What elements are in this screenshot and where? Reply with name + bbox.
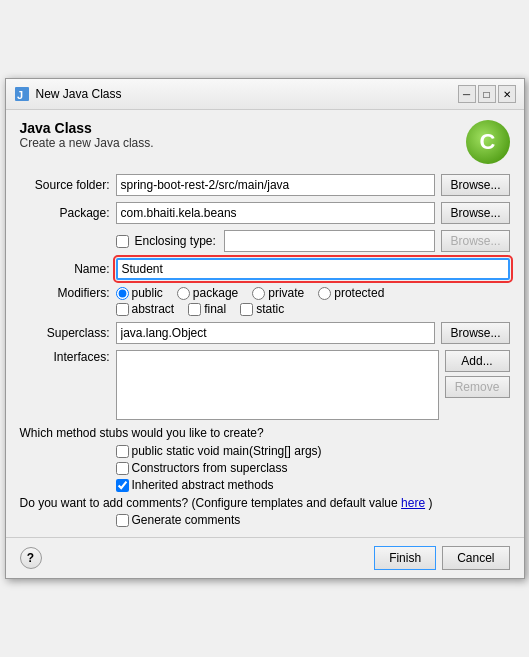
close-button[interactable]: ✕ — [498, 85, 516, 103]
enclosing-type-row: Enclosing type: Browse... — [20, 230, 510, 252]
help-button[interactable]: ? — [20, 547, 42, 569]
modifier-protected-radio[interactable] — [318, 287, 331, 300]
modifier-private-radio[interactable] — [252, 287, 265, 300]
interfaces-add-button[interactable]: Add... — [445, 350, 510, 372]
page-title: Java Class — [20, 120, 154, 136]
enclosing-type-input[interactable] — [224, 230, 436, 252]
superclass-browse-button[interactable]: Browse... — [441, 322, 509, 344]
eclipse-logo: C — [466, 120, 510, 164]
comments-question-end: ) — [428, 496, 432, 510]
modifier-final-checkbox[interactable] — [188, 303, 201, 316]
interfaces-box — [116, 350, 439, 420]
modifier-package-label: package — [177, 286, 238, 300]
modifier-protected-label: protected — [318, 286, 384, 300]
package-browse-button[interactable]: Browse... — [441, 202, 509, 224]
stubs-group: public static void main(String[] args) C… — [116, 444, 510, 492]
new-java-class-dialog: J New Java Class ─ □ ✕ Java Class Create… — [5, 78, 525, 579]
comments-link[interactable]: here — [401, 496, 425, 510]
maximize-button[interactable]: □ — [478, 85, 496, 103]
stubs-question: Which method stubs would you like to cre… — [20, 426, 510, 440]
generate-comments-label: Generate comments — [116, 513, 510, 527]
action-buttons: Finish Cancel — [374, 546, 509, 570]
modifier-public-label: public — [116, 286, 163, 300]
stub-main-checkbox[interactable] — [116, 445, 129, 458]
dialog-content: Java Class Create a new Java class. C So… — [6, 110, 524, 537]
source-folder-label: Source folder: — [20, 178, 110, 192]
dialog-title: New Java Class — [36, 87, 122, 101]
interfaces-btn-group: Add... Remove — [445, 350, 510, 398]
modifier-static-checkbox[interactable] — [240, 303, 253, 316]
enclosing-type-checkbox[interactable] — [116, 235, 129, 248]
modifiers-section: public package private protected — [116, 286, 510, 316]
interfaces-label: Interfaces: — [20, 350, 110, 364]
header-text: Java Class Create a new Java class. — [20, 120, 154, 150]
cancel-button[interactable]: Cancel — [442, 546, 509, 570]
modifier-private-label: private — [252, 286, 304, 300]
modifier-static-label: static — [240, 302, 284, 316]
title-bar-controls: ─ □ ✕ — [458, 85, 516, 103]
comments-question: Do you want to add comments? (Configure … — [20, 496, 398, 510]
enclosing-type-label: Enclosing type: — [135, 234, 216, 248]
source-folder-browse-button[interactable]: Browse... — [441, 174, 509, 196]
superclass-input[interactable] — [116, 322, 436, 344]
modifiers-label: Modifiers: — [20, 286, 110, 300]
button-row: ? Finish Cancel — [6, 537, 524, 578]
svg-text:J: J — [17, 89, 23, 101]
source-folder-input[interactable] — [116, 174, 436, 196]
modifier-final-label: final — [188, 302, 226, 316]
interfaces-remove-button[interactable]: Remove — [445, 376, 510, 398]
package-label: Package: — [20, 206, 110, 220]
generate-comments-checkbox[interactable] — [116, 514, 129, 527]
modifier-package-radio[interactable] — [177, 287, 190, 300]
header-section: Java Class Create a new Java class. C — [20, 120, 510, 164]
comments-section: Do you want to add comments? (Configure … — [20, 496, 510, 510]
minimize-button[interactable]: ─ — [458, 85, 476, 103]
modifier-abstract-checkbox[interactable] — [116, 303, 129, 316]
package-input[interactable] — [116, 202, 436, 224]
finish-button[interactable]: Finish — [374, 546, 436, 570]
name-input[interactable] — [116, 258, 510, 280]
superclass-label: Superclass: — [20, 326, 110, 340]
modifier-public-radio[interactable] — [116, 287, 129, 300]
modifiers-radio-row: public package private protected — [116, 286, 510, 300]
stub-main-label: public static void main(String[] args) — [116, 444, 510, 458]
page-subtitle: Create a new Java class. — [20, 136, 154, 150]
stub-inherited-checkbox[interactable] — [116, 479, 129, 492]
title-bar: J New Java Class ─ □ ✕ — [6, 79, 524, 110]
name-row: Name: — [20, 258, 510, 280]
source-folder-row: Source folder: Browse... — [20, 174, 510, 196]
interfaces-row: Interfaces: Add... Remove — [20, 350, 510, 420]
stub-constructors-label: Constructors from superclass — [116, 461, 510, 475]
superclass-row: Superclass: Browse... — [20, 322, 510, 344]
stub-constructors-checkbox[interactable] — [116, 462, 129, 475]
title-bar-left: J New Java Class — [14, 86, 122, 102]
modifier-abstract-label: abstract — [116, 302, 175, 316]
modifiers-checkbox-row: abstract final static — [116, 302, 510, 316]
modifiers-row: Modifiers: public package private — [20, 286, 510, 316]
java-class-icon: J — [14, 86, 30, 102]
comments-group: Generate comments — [116, 513, 510, 527]
package-row: Package: Browse... — [20, 202, 510, 224]
name-label: Name: — [20, 262, 110, 276]
enclosing-type-browse-button[interactable]: Browse... — [441, 230, 509, 252]
stub-inherited-label: Inherited abstract methods — [116, 478, 510, 492]
